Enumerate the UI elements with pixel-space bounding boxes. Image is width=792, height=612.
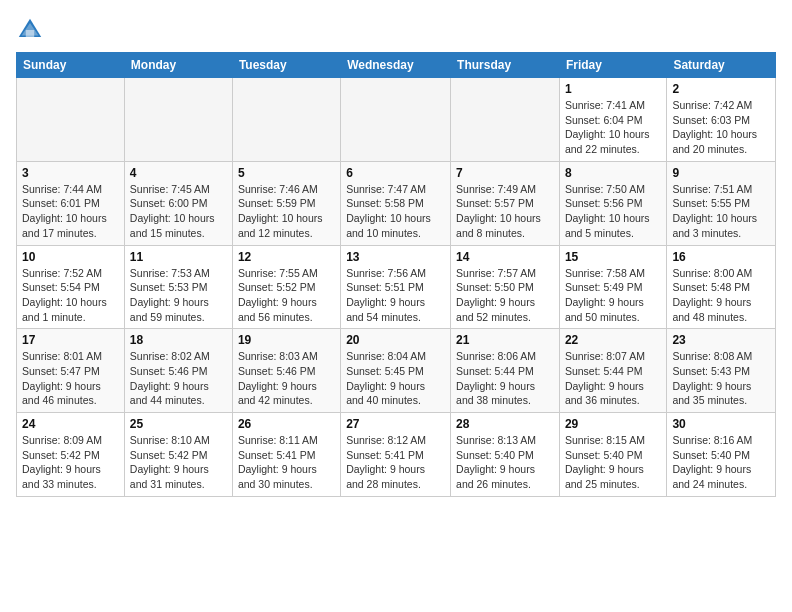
day-info: Sunrise: 7:49 AMSunset: 5:57 PMDaylight:… [456,182,554,241]
day-cell: 16Sunrise: 8:00 AMSunset: 5:48 PMDayligh… [667,245,776,329]
page-container: SundayMondayTuesdayWednesdayThursdayFrid… [16,16,776,497]
day-number: 14 [456,250,554,264]
weekday-header-monday: Monday [124,53,232,78]
calendar: SundayMondayTuesdayWednesdayThursdayFrid… [16,52,776,497]
week-row-5: 24Sunrise: 8:09 AMSunset: 5:42 PMDayligh… [17,413,776,497]
day-number: 11 [130,250,227,264]
week-row-1: 1Sunrise: 7:41 AMSunset: 6:04 PMDaylight… [17,78,776,162]
day-number: 18 [130,333,227,347]
week-row-3: 10Sunrise: 7:52 AMSunset: 5:54 PMDayligh… [17,245,776,329]
week-row-4: 17Sunrise: 8:01 AMSunset: 5:47 PMDayligh… [17,329,776,413]
day-cell: 29Sunrise: 8:15 AMSunset: 5:40 PMDayligh… [559,413,666,497]
day-info: Sunrise: 7:58 AMSunset: 5:49 PMDaylight:… [565,266,661,325]
day-number: 7 [456,166,554,180]
day-info: Sunrise: 8:16 AMSunset: 5:40 PMDaylight:… [672,433,770,492]
day-cell: 1Sunrise: 7:41 AMSunset: 6:04 PMDaylight… [559,78,666,162]
day-info: Sunrise: 8:01 AMSunset: 5:47 PMDaylight:… [22,349,119,408]
day-info: Sunrise: 7:53 AMSunset: 5:53 PMDaylight:… [130,266,227,325]
day-cell: 28Sunrise: 8:13 AMSunset: 5:40 PMDayligh… [451,413,560,497]
day-info: Sunrise: 7:41 AMSunset: 6:04 PMDaylight:… [565,98,661,157]
weekday-header-row: SundayMondayTuesdayWednesdayThursdayFrid… [17,53,776,78]
day-number: 24 [22,417,119,431]
day-cell: 4Sunrise: 7:45 AMSunset: 6:00 PMDaylight… [124,161,232,245]
day-info: Sunrise: 8:09 AMSunset: 5:42 PMDaylight:… [22,433,119,492]
day-number: 15 [565,250,661,264]
day-cell: 15Sunrise: 7:58 AMSunset: 5:49 PMDayligh… [559,245,666,329]
day-info: Sunrise: 8:10 AMSunset: 5:42 PMDaylight:… [130,433,227,492]
day-number: 29 [565,417,661,431]
day-cell: 10Sunrise: 7:52 AMSunset: 5:54 PMDayligh… [17,245,125,329]
day-info: Sunrise: 7:52 AMSunset: 5:54 PMDaylight:… [22,266,119,325]
day-cell [17,78,125,162]
day-number: 25 [130,417,227,431]
day-number: 8 [565,166,661,180]
day-cell: 20Sunrise: 8:04 AMSunset: 5:45 PMDayligh… [341,329,451,413]
day-cell: 3Sunrise: 7:44 AMSunset: 6:01 PMDaylight… [17,161,125,245]
day-number: 20 [346,333,445,347]
day-number: 4 [130,166,227,180]
day-number: 19 [238,333,335,347]
day-cell: 11Sunrise: 7:53 AMSunset: 5:53 PMDayligh… [124,245,232,329]
day-cell: 30Sunrise: 8:16 AMSunset: 5:40 PMDayligh… [667,413,776,497]
day-cell: 9Sunrise: 7:51 AMSunset: 5:55 PMDaylight… [667,161,776,245]
day-number: 22 [565,333,661,347]
day-cell: 26Sunrise: 8:11 AMSunset: 5:41 PMDayligh… [232,413,340,497]
day-info: Sunrise: 8:08 AMSunset: 5:43 PMDaylight:… [672,349,770,408]
day-cell: 17Sunrise: 8:01 AMSunset: 5:47 PMDayligh… [17,329,125,413]
day-info: Sunrise: 8:03 AMSunset: 5:46 PMDaylight:… [238,349,335,408]
day-cell: 25Sunrise: 8:10 AMSunset: 5:42 PMDayligh… [124,413,232,497]
day-cell [341,78,451,162]
day-cell: 8Sunrise: 7:50 AMSunset: 5:56 PMDaylight… [559,161,666,245]
day-cell: 24Sunrise: 8:09 AMSunset: 5:42 PMDayligh… [17,413,125,497]
weekday-header-thursday: Thursday [451,53,560,78]
weekday-header-wednesday: Wednesday [341,53,451,78]
day-number: 26 [238,417,335,431]
day-info: Sunrise: 7:47 AMSunset: 5:58 PMDaylight:… [346,182,445,241]
day-info: Sunrise: 7:42 AMSunset: 6:03 PMDaylight:… [672,98,770,157]
day-cell: 12Sunrise: 7:55 AMSunset: 5:52 PMDayligh… [232,245,340,329]
day-number: 28 [456,417,554,431]
day-info: Sunrise: 7:56 AMSunset: 5:51 PMDaylight:… [346,266,445,325]
day-number: 12 [238,250,335,264]
weekday-header-saturday: Saturday [667,53,776,78]
day-info: Sunrise: 7:50 AMSunset: 5:56 PMDaylight:… [565,182,661,241]
day-number: 5 [238,166,335,180]
day-number: 27 [346,417,445,431]
day-cell: 22Sunrise: 8:07 AMSunset: 5:44 PMDayligh… [559,329,666,413]
svg-rect-2 [26,30,34,37]
day-number: 9 [672,166,770,180]
day-number: 30 [672,417,770,431]
day-number: 23 [672,333,770,347]
day-info: Sunrise: 8:02 AMSunset: 5:46 PMDaylight:… [130,349,227,408]
week-row-2: 3Sunrise: 7:44 AMSunset: 6:01 PMDaylight… [17,161,776,245]
weekday-header-tuesday: Tuesday [232,53,340,78]
day-info: Sunrise: 7:46 AMSunset: 5:59 PMDaylight:… [238,182,335,241]
day-number: 17 [22,333,119,347]
day-info: Sunrise: 8:13 AMSunset: 5:40 PMDaylight:… [456,433,554,492]
day-cell: 27Sunrise: 8:12 AMSunset: 5:41 PMDayligh… [341,413,451,497]
day-number: 13 [346,250,445,264]
logo-icon [16,16,44,44]
header [16,16,776,44]
day-number: 21 [456,333,554,347]
day-cell [232,78,340,162]
day-info: Sunrise: 8:06 AMSunset: 5:44 PMDaylight:… [456,349,554,408]
day-number: 10 [22,250,119,264]
day-info: Sunrise: 7:55 AMSunset: 5:52 PMDaylight:… [238,266,335,325]
day-info: Sunrise: 8:15 AMSunset: 5:40 PMDaylight:… [565,433,661,492]
logo [16,16,48,44]
day-info: Sunrise: 8:11 AMSunset: 5:41 PMDaylight:… [238,433,335,492]
day-info: Sunrise: 8:00 AMSunset: 5:48 PMDaylight:… [672,266,770,325]
day-number: 6 [346,166,445,180]
weekday-header-friday: Friday [559,53,666,78]
day-info: Sunrise: 8:04 AMSunset: 5:45 PMDaylight:… [346,349,445,408]
day-cell: 6Sunrise: 7:47 AMSunset: 5:58 PMDaylight… [341,161,451,245]
day-cell [124,78,232,162]
day-cell [451,78,560,162]
day-info: Sunrise: 8:07 AMSunset: 5:44 PMDaylight:… [565,349,661,408]
weekday-header-sunday: Sunday [17,53,125,78]
day-cell: 14Sunrise: 7:57 AMSunset: 5:50 PMDayligh… [451,245,560,329]
day-number: 2 [672,82,770,96]
day-cell: 7Sunrise: 7:49 AMSunset: 5:57 PMDaylight… [451,161,560,245]
day-cell: 19Sunrise: 8:03 AMSunset: 5:46 PMDayligh… [232,329,340,413]
